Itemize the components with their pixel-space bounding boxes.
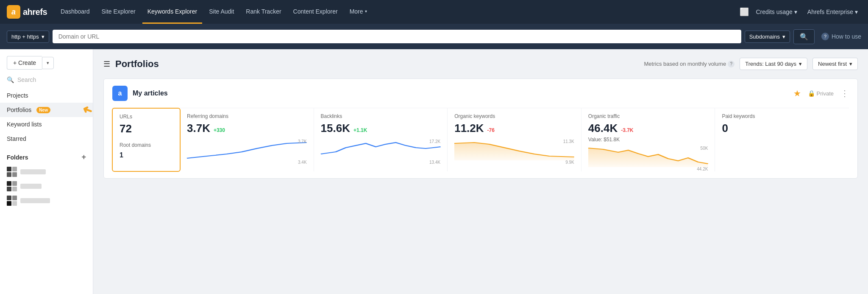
folder-item-3[interactable] [7, 195, 86, 207]
monitor-icon[interactable]: ⬜ [740, 7, 749, 17]
subdomains-dropdown[interactable]: Subdomains ▾ [745, 31, 790, 43]
nav-dashboard[interactable]: Dashboard [56, 0, 95, 24]
how-to-use-link[interactable]: ? How to use [821, 33, 861, 40]
enterprise-chevron-icon: ▾ [855, 8, 858, 15]
folder-icon-2 [7, 181, 17, 191]
ref-domains-delta: +330 [214, 127, 225, 133]
urls-value: 72 [120, 122, 173, 135]
nav-site-explorer[interactable]: Site Explorer [97, 0, 141, 24]
nav-site-audit[interactable]: Site Audit [204, 0, 239, 24]
logo[interactable]: a ahrefs [7, 5, 47, 19]
create-dropdown-button[interactable]: ▾ [42, 57, 54, 69]
private-label: Private [817, 90, 834, 97]
root-domains-label: Root domains [120, 142, 173, 148]
org-kw-value: 11.2K [454, 122, 484, 135]
chart-top-label-2: 17.2K [429, 139, 440, 144]
sidebar-search[interactable]: 🔍 Search [0, 75, 93, 88]
chart-top-label: 3.7K [298, 139, 307, 144]
enterprise-button[interactable]: Ahrefs Enterprise ▾ [804, 8, 861, 15]
backlinks-svg [321, 139, 441, 160]
protocol-chevron-icon: ▾ [42, 34, 45, 40]
metric-urls: URLs 72 Root domains 1 [112, 108, 181, 172]
page-title-area: ☰ Portfolios [103, 59, 159, 70]
folder-item-2[interactable] [7, 180, 86, 192]
logo-icon: a [7, 5, 20, 19]
sidebar-item-portfolios[interactable]: Portfolios New ➜ [0, 103, 93, 117]
folder-icon-3 [7, 196, 17, 206]
lock-icon[interactable]: 🔒 Private [808, 90, 834, 97]
nav-more[interactable]: More ▾ [345, 0, 372, 24]
folder-item-1[interactable] [7, 166, 86, 178]
chart-bottom-label-2: 13.4K [429, 160, 440, 165]
new-badge: New [36, 107, 50, 113]
sidebar-item-projects[interactable]: Projects [0, 88, 93, 103]
root-domains-value: 1 [120, 151, 173, 159]
sidebar: + Create ▾ 🔍 Search Projects Portfolios … [0, 49, 93, 294]
page-header: ☰ Portfolios Metrics based on monthly vo… [103, 58, 858, 70]
folder-items [7, 166, 86, 207]
create-button[interactable]: + Create [7, 56, 42, 70]
hamburger-icon[interactable]: ☰ [103, 59, 110, 69]
create-row: + Create ▾ [0, 56, 93, 75]
backlinks-delta: +1.1K [353, 127, 367, 133]
page-title: Portfolios [115, 59, 159, 70]
sidebar-search-icon: 🔍 [7, 76, 14, 83]
help-icon: ? [821, 33, 829, 40]
org-kw-svg [454, 139, 574, 160]
ref-domains-label: Referring domains [187, 113, 307, 119]
metric-backlinks: Backlinks 15.6K +1.1K 17.2K 13.4K [314, 108, 448, 171]
org-kw-label: Organic keywords [454, 113, 574, 119]
org-traffic-sub: Value: $51.8K [588, 137, 708, 143]
org-kw-chart: 11.3K 9.9K [454, 139, 574, 165]
search-icon: 🔍 [800, 33, 808, 41]
nav-keywords-explorer[interactable]: Keywords Explorer [142, 0, 203, 24]
backlinks-label: Backlinks [321, 113, 441, 119]
portfolio-card: a My articles ★ 🔒 Private ⋮ URLs [103, 78, 858, 179]
more-chevron-icon: ▾ [365, 9, 367, 14]
search-button[interactable]: 🔍 [793, 29, 815, 44]
folder-label-3 [20, 198, 50, 203]
star-icon[interactable]: ★ [793, 88, 801, 98]
chart-bottom-label-4: 44.2K [697, 167, 708, 171]
card-title-area: a My articles [112, 86, 168, 101]
org-traffic-chart: 50K 44.2K [588, 146, 708, 171]
folders-add-button[interactable]: + [81, 153, 86, 162]
folder-icon [7, 167, 17, 177]
sidebar-item-keyword-lists[interactable]: Keyword lists [0, 117, 93, 132]
paid-kw-value: 0 [722, 122, 842, 135]
main-layout: + Create ▾ 🔍 Search Projects Portfolios … [0, 49, 868, 294]
urls-label: URLs [120, 114, 173, 120]
folders-section: Folders + [0, 146, 93, 210]
org-traffic-label: Organic traffic [588, 113, 708, 119]
newest-first-button[interactable]: Newest first ▾ [812, 58, 858, 70]
metric-organic-keywords: Organic keywords 11.2K -76 11.3K [448, 108, 581, 171]
trends-button[interactable]: Trends: Last 90 days ▾ [740, 58, 807, 70]
url-input[interactable] [53, 30, 741, 43]
org-traffic-value: 46.4K [588, 122, 618, 135]
backlinks-value: 15.6K [321, 122, 350, 135]
metric-referring-domains: Referring domains 3.7K +330 3.7K 3.4K [180, 108, 314, 171]
metrics-label: Metrics based on monthly volume ? [644, 61, 735, 67]
chart-bottom-label: 3.4K [298, 160, 307, 165]
protocol-dropdown[interactable]: http + https ▾ [7, 31, 49, 43]
lock-glyph: 🔒 [808, 90, 815, 97]
search-bar: http + https ▾ Subdomains ▾ 🔍 ? How to u… [0, 24, 868, 49]
metrics-help-icon[interactable]: ? [728, 61, 734, 67]
svg-marker-1 [588, 148, 708, 167]
sidebar-item-starred[interactable]: Starred [0, 132, 93, 146]
metric-paid-keywords: Paid keywords 0 [715, 108, 849, 171]
more-options-button[interactable]: ⋮ [840, 88, 849, 98]
nav-content-explorer[interactable]: Content Explorer [288, 0, 343, 24]
logo-text: ahrefs [23, 7, 47, 17]
credits-usage-button[interactable]: Credits usage ▾ [752, 8, 800, 15]
card-actions: ★ 🔒 Private ⋮ [793, 88, 849, 98]
paid-kw-label: Paid keywords [722, 113, 842, 119]
newest-chevron-icon: ▾ [849, 61, 852, 67]
ref-domains-chart: 3.7K 3.4K [187, 139, 307, 165]
nav-right: ⬜ Credits usage ▾ Ahrefs Enterprise ▾ [740, 7, 861, 17]
subdomains-chevron-icon: ▾ [782, 34, 785, 40]
nav-rank-tracker[interactable]: Rank Tracker [241, 0, 286, 24]
org-traffic-svg [588, 146, 708, 167]
portfolio-avatar: a [112, 86, 128, 101]
folder-label-2 [20, 184, 42, 189]
